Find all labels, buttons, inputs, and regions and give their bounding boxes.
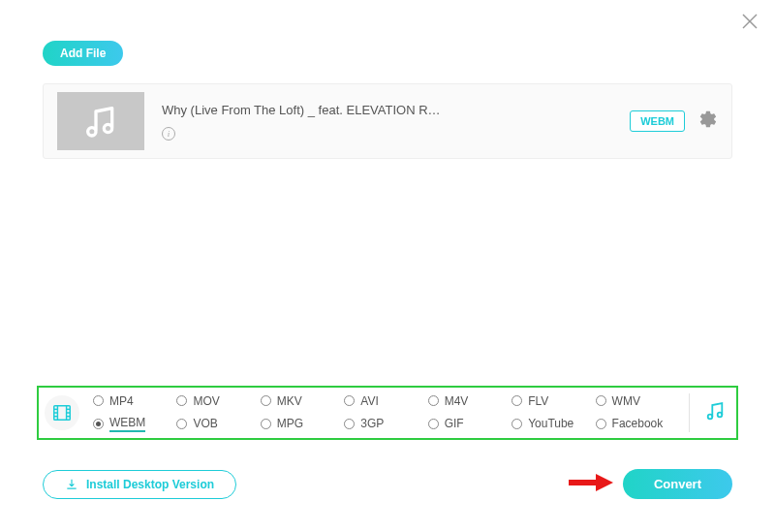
- radio-circle: [93, 395, 104, 406]
- radio-circle: [176, 395, 187, 406]
- radio-circle: [344, 395, 355, 406]
- radio-circle: [261, 395, 271, 406]
- format-option-mkv[interactable]: MKV: [261, 394, 340, 408]
- install-desktop-label: Install Desktop Version: [86, 478, 214, 491]
- file-title: Why (Live From The Loft) _ feat. ELEVATI…: [162, 103, 630, 117]
- format-option-label: MKV: [277, 394, 302, 408]
- format-selection-bar: MP4MOVMKVAVIM4VFLVWMVWEBMVOBMPG3GPGIFYou…: [37, 386, 738, 440]
- gear-icon: [698, 110, 718, 129]
- format-option-label: 3GP: [360, 417, 384, 430]
- close-icon: [738, 10, 761, 33]
- format-option-label: AVI: [360, 394, 378, 408]
- app-window: Add File Why (Live From The Loft) _ feat…: [0, 0, 775, 532]
- svg-marker-14: [596, 474, 613, 491]
- format-option-label: MP4: [109, 394, 134, 408]
- format-option-label: WEBM: [109, 416, 145, 432]
- file-thumbnail: [57, 92, 144, 150]
- bottom-bar: Install Desktop Version Convert: [43, 469, 732, 499]
- install-desktop-button[interactable]: Install Desktop Version: [43, 470, 236, 499]
- format-options-grid: MP4MOVMKVAVIM4VFLVWMVWEBMVOBMPG3GPGIFYou…: [87, 394, 675, 432]
- format-option-label: M4V: [445, 394, 469, 408]
- format-option-label: GIF: [445, 417, 464, 430]
- format-option-label: VOB: [193, 417, 217, 430]
- format-option-label: MOV: [193, 394, 219, 408]
- file-actions: WEBM: [630, 110, 718, 133]
- format-option-label: WMV: [612, 394, 640, 408]
- format-option-mov[interactable]: MOV: [176, 394, 256, 408]
- format-option-label: FLV: [528, 394, 548, 408]
- divider: [689, 393, 690, 432]
- format-option-webm[interactable]: WEBM: [93, 416, 172, 432]
- format-badge[interactable]: WEBM: [630, 110, 685, 132]
- format-option-label: MPG: [277, 417, 303, 430]
- settings-button[interactable]: [698, 110, 718, 133]
- radio-circle: [512, 395, 522, 406]
- radio-circle: [596, 395, 606, 406]
- format-option-wmv[interactable]: WMV: [596, 394, 675, 408]
- add-file-button[interactable]: Add File: [43, 41, 123, 66]
- format-option-mp4[interactable]: MP4: [93, 394, 172, 408]
- format-option-flv[interactable]: FLV: [512, 394, 591, 408]
- format-option-avi[interactable]: AVI: [344, 394, 423, 408]
- film-icon: [51, 402, 73, 423]
- video-tab-icon[interactable]: [45, 395, 79, 430]
- format-option-facebook[interactable]: Facebook: [596, 416, 675, 432]
- music-note-icon: [81, 102, 120, 141]
- info-icon[interactable]: i: [162, 127, 175, 141]
- radio-circle: [176, 419, 187, 429]
- arrow-right-icon: [569, 474, 613, 491]
- radio-circle: [428, 419, 439, 429]
- radio-circle: [261, 419, 271, 429]
- radio-circle: [344, 419, 355, 429]
- file-meta: Why (Live From The Loft) _ feat. ELEVATI…: [162, 103, 630, 141]
- format-option-label: Facebook: [612, 417, 664, 430]
- file-card: Why (Live From The Loft) _ feat. ELEVATI…: [43, 83, 732, 159]
- radio-circle: [596, 419, 606, 429]
- format-option-3gp[interactable]: 3GP: [344, 416, 423, 432]
- radio-circle: [93, 419, 104, 429]
- close-button[interactable]: [738, 10, 761, 33]
- radio-circle: [512, 419, 522, 429]
- format-option-gif[interactable]: GIF: [428, 416, 508, 432]
- format-option-label: YouTube: [528, 417, 574, 430]
- convert-button[interactable]: Convert: [623, 469, 732, 499]
- format-option-vob[interactable]: VOB: [176, 416, 256, 432]
- arrow-annotation: [569, 474, 613, 495]
- download-icon: [65, 478, 78, 491]
- music-icon: [703, 399, 727, 422]
- format-option-mpg[interactable]: MPG: [261, 416, 340, 432]
- svg-rect-13: [569, 480, 598, 485]
- convert-wrap: Convert: [569, 469, 732, 499]
- audio-tab-icon[interactable]: [703, 399, 727, 426]
- format-option-m4v[interactable]: M4V: [428, 394, 508, 408]
- format-option-youtube[interactable]: YouTube: [512, 416, 591, 432]
- radio-circle: [428, 395, 439, 406]
